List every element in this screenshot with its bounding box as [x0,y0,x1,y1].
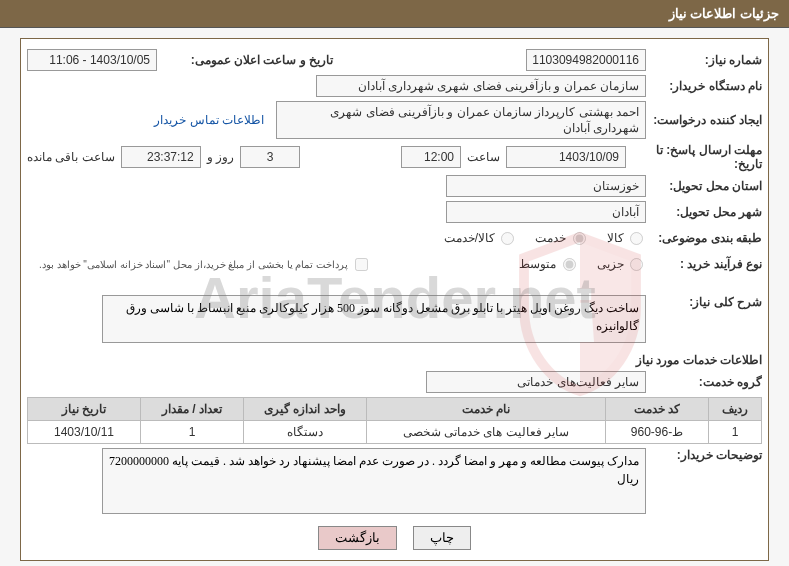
deadline-label: مهلت ارسال پاسخ: تا تاریخ: [632,143,762,171]
classification-label: طبقه بندی موضوعی: [652,231,762,245]
buyer-label: نام دستگاه خریدار: [652,79,762,93]
classification-goods[interactable]: کالا [607,231,646,245]
need-no-label: شماره نیاز: [652,53,762,67]
deadline-remain: 23:37:12 [121,146,201,168]
buyer-value: سازمان عمران و بازآفرینی فضای شهری شهردا… [316,75,646,97]
province-value: خوزستان [446,175,646,197]
th-code: کد خدمت [606,398,709,421]
city-label: شهر محل تحویل: [652,205,762,219]
deadline-days: 3 [240,146,300,168]
announce-value: 1403/10/05 - 11:06 [27,49,157,71]
services-table: ردیف کد خدمت نام خدمت واحد اندازه گیری ت… [27,397,762,444]
service-group-value: سایر فعالیت‌های خدماتی [426,371,646,393]
classification-service[interactable]: خدمت [535,231,588,245]
service-group-label: گروه خدمت: [652,375,762,389]
cell-date: 1403/10/11 [28,421,141,444]
table-row: 1 ط-96-960 سایر فعالیت های خدماتی شخصی د… [28,421,762,444]
requester-label: ایجاد کننده درخواست: [652,113,762,127]
requester-value: احمد بهشتی کارپرداز سازمان عمران و بازآف… [276,101,646,139]
need-desc-label: شرح کلی نیاز: [652,295,762,309]
page-title: جزئیات اطلاعات نیاز [0,0,789,28]
process-label: نوع فرآیند خرید : [652,257,762,271]
deadline-remain-suffix: ساعت باقی مانده [27,150,115,164]
buyer-contact-link[interactable]: اطلاعات تماس خریدار [154,113,264,127]
deadline-time: 12:00 [401,146,461,168]
th-unit: واحد اندازه گیری [244,398,367,421]
announce-label: تاریخ و ساعت اعلان عمومی: [163,53,333,67]
deadline-time-prefix: ساعت [467,150,500,164]
province-label: استان محل تحویل: [652,179,762,193]
th-qty: تعداد / مقدار [141,398,244,421]
process-minor[interactable]: جزیی [597,257,646,271]
need-no-value: 1103094982000116 [526,49,646,71]
th-row: ردیف [709,398,762,421]
buyer-notes-label: توضیحات خریدار: [652,448,762,462]
cell-idx: 1 [709,421,762,444]
cell-unit: دستگاه [244,421,367,444]
cell-name: سایر فعالیت های خدماتی شخصی [367,421,606,444]
th-date: تاریخ نیاز [28,398,141,421]
services-heading: اطلاعات خدمات مورد نیاز [27,353,762,367]
need-desc-value [102,295,646,343]
print-button[interactable]: چاپ [413,526,471,550]
city-value: آبادان [446,201,646,223]
buyer-notes-value [102,448,646,514]
deadline-date: 1403/10/09 [506,146,626,168]
th-name: نام خدمت [367,398,606,421]
back-button[interactable]: بازگشت [318,526,397,550]
deadline-days-label: روز و [207,150,234,164]
cell-qty: 1 [141,421,244,444]
classification-goods-service[interactable]: کالا/خدمت [444,231,518,245]
process-medium[interactable]: متوسط [519,257,578,271]
cell-code: ط-96-960 [606,421,709,444]
escrow-check[interactable]: پرداخت تمام یا بخشی از مبلغ خرید،از محل … [39,257,371,271]
